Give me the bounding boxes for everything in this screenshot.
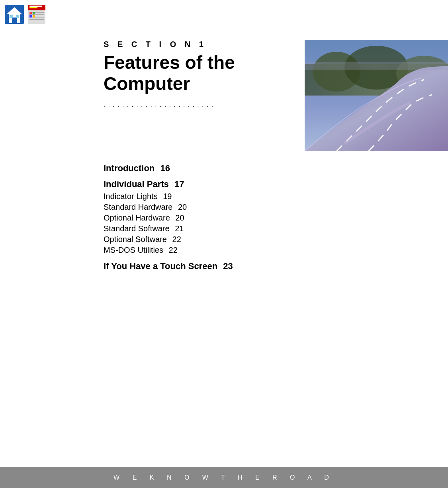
toc-entry-individual-parts[interactable]: Individual Parts 17 [104, 179, 448, 189]
toc-page-standard-software: 21 [175, 224, 184, 233]
svg-rect-23 [305, 62, 448, 70]
section-text-block: S E C T I O N 1 Features of the Computer… [104, 40, 305, 112]
section-title-line2: Computer [104, 73, 190, 94]
bottom-bar: W E K N O W T H E R O A D [0, 467, 448, 488]
svg-rect-4 [10, 15, 13, 18]
toc-entry-optional-hardware[interactable]: Optional Hardware 20 [104, 213, 448, 223]
svg-rect-15 [29, 15, 32, 18]
section-title: Features of the Computer [104, 52, 297, 94]
toc-page-optional-software: 22 [172, 235, 181, 244]
toc-page-indicator-lights: 19 [163, 192, 172, 201]
section-title-line1: Features of the [104, 52, 235, 73]
toc-entry-standard-hardware[interactable]: Standard Hardware 20 [104, 203, 448, 212]
bottom-bar-text: W E K N O W T H E R O A D [113, 474, 335, 481]
toc-label-individual-parts: Individual Parts [104, 179, 169, 189]
svg-rect-13 [29, 19, 44, 20]
svg-rect-11 [29, 14, 44, 15]
svg-rect-9 [29, 7, 37, 8]
home-button[interactable] [4, 4, 25, 25]
toc-label-msdos-utilities: MS-DOS Utilities [104, 246, 163, 254]
toc-page-individual-parts: 17 [174, 179, 184, 189]
toc-section: Introduction 16 Individual Parts 17 Indi… [104, 163, 448, 271]
toc-entry-indicator-lights[interactable]: Indicator Lights 19 [104, 192, 448, 201]
svg-rect-8 [29, 6, 42, 7]
toc-label-optional-hardware: Optional Hardware [104, 213, 170, 222]
toc-page-touch-screen: 23 [223, 261, 233, 271]
main-content: S E C T I O N 1 Features of the Computer… [104, 40, 448, 464]
toc-label-standard-software: Standard Software [104, 224, 170, 233]
toc-label-optional-software: Optional Software [104, 235, 167, 244]
toc-label-introduction: Introduction [104, 163, 155, 173]
toc-label-indicator-lights: Indicator Lights [104, 192, 158, 201]
toc-label-standard-hardware: Standard Hardware [104, 203, 172, 211]
toc-page-standard-hardware: 20 [178, 203, 187, 211]
svg-rect-5 [16, 15, 19, 18]
toc-page-optional-hardware: 20 [175, 213, 184, 222]
svg-rect-14 [29, 12, 32, 14]
section-label: S E C T I O N 1 [104, 40, 297, 49]
section-dots: . . . . . . . . . . . . . . . . . . . . … [104, 102, 297, 108]
svg-rect-17 [33, 15, 35, 18]
section-header: S E C T I O N 1 Features of the Computer… [104, 40, 448, 151]
toc-entry-msdos-utilities[interactable]: MS-DOS Utilities 22 [104, 246, 448, 255]
toc-page-msdos-utilities: 22 [169, 246, 178, 254]
svg-rect-16 [33, 12, 35, 14]
toc-entry-optional-software[interactable]: Optional Software 22 [104, 235, 448, 244]
toc-entry-introduction[interactable]: Introduction 16 [104, 163, 448, 174]
svg-rect-3 [12, 18, 17, 23]
toc-page-introduction: 16 [160, 163, 170, 173]
index-button[interactable] [26, 4, 47, 25]
road-image [305, 40, 448, 151]
toc-entry-touch-screen[interactable]: If You Have a Touch Screen 23 [104, 261, 448, 271]
toc-label-touch-screen: If You Have a Touch Screen [104, 261, 217, 271]
top-navigation [4, 4, 47, 25]
toc-entry-standard-software[interactable]: Standard Software 21 [104, 224, 448, 233]
